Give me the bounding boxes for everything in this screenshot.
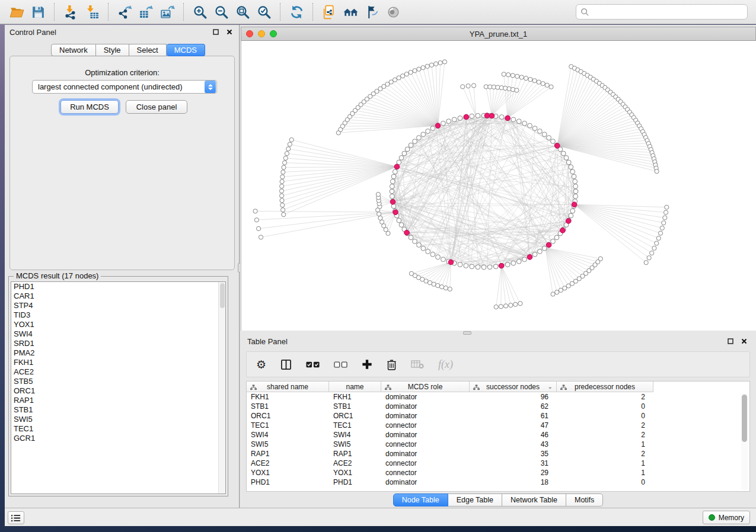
column-header-successor-nodes[interactable]: successor nodes⌄ xyxy=(470,382,557,392)
table-cell: YOX1 xyxy=(329,468,381,477)
table-cell: 1 xyxy=(557,440,653,449)
refresh-layout-icon[interactable] xyxy=(286,2,307,22)
desktop: { "toolbar": { "groups": [ ["open-sessio… xyxy=(0,0,756,532)
zoom-fit-icon[interactable] xyxy=(232,2,253,22)
mcds-result-item[interactable]: YOX1 xyxy=(11,320,225,329)
select-all-icon[interactable] xyxy=(306,361,320,368)
close-table-panel-icon[interactable] xyxy=(739,336,749,346)
mcds-result-item[interactable]: PMA2 xyxy=(11,348,225,358)
mcds-result-item[interactable]: GCR1 xyxy=(11,434,225,443)
add-icon[interactable] xyxy=(362,359,372,370)
table-cell: 61 xyxy=(470,411,557,421)
table-scrollbar-thumb[interactable] xyxy=(742,395,747,442)
table-row[interactable]: PHD1PHD1dominator180 xyxy=(247,477,749,487)
mcds-result-item[interactable]: TEC1 xyxy=(11,424,225,434)
open-session-icon[interactable] xyxy=(6,2,27,22)
tab-mcds[interactable]: MCDS xyxy=(167,44,205,56)
mcds-list-scrollbar[interactable] xyxy=(218,282,225,493)
export-image-icon[interactable] xyxy=(157,2,178,22)
float-table-panel-icon[interactable] xyxy=(726,336,735,346)
tab-motifs[interactable]: Motifs xyxy=(566,493,603,507)
mcds-result-item[interactable]: STP4 xyxy=(11,301,225,310)
table-cell: SWI5 xyxy=(247,440,329,449)
column-header-predecessor-nodes[interactable]: predecessor nodes xyxy=(557,382,653,392)
table-row[interactable]: SWI4SWI4dominator462 xyxy=(247,430,749,440)
mcds-result-item[interactable]: ORC1 xyxy=(11,386,225,396)
export-table-icon[interactable] xyxy=(135,2,157,22)
houses-icon[interactable] xyxy=(340,2,361,22)
table-cell: dominator xyxy=(381,402,470,411)
mcds-tab-content: Optimization criterion: largest connecte… xyxy=(9,56,235,270)
table-row[interactable]: ORC1ORC1dominator610 xyxy=(247,411,749,421)
mcds-result-item[interactable]: STB1 xyxy=(11,405,225,415)
tab-network-table[interactable]: Network Table xyxy=(502,493,566,507)
float-panel-icon[interactable] xyxy=(211,27,221,37)
tab-network[interactable]: Network xyxy=(51,44,96,56)
right-area: YPA_prune.txt_1 Table Panel ⚙f(x) shared… xyxy=(240,25,756,508)
search-input[interactable] xyxy=(592,8,743,17)
mcds-result-item[interactable]: CAR1 xyxy=(11,291,225,301)
network-window-title: YPA_prune.txt_1 xyxy=(241,30,755,39)
control-panel-tabs: NetworkStyleSelectMCDS xyxy=(51,44,205,56)
mcds-result-item[interactable]: PHD1 xyxy=(11,282,225,291)
table-row[interactable]: TEC1TEC1connector472 xyxy=(247,421,749,430)
run-mcds-button[interactable]: Run MCDS xyxy=(60,100,119,114)
memory-button[interactable]: Memory xyxy=(703,511,750,524)
close-panel-button[interactable]: Close panel xyxy=(126,100,187,114)
table-cell: ACE2 xyxy=(329,459,381,468)
table-row[interactable]: RAP1RAP1dominator352 xyxy=(247,449,749,459)
table-cell: connector xyxy=(381,459,470,468)
table-row[interactable]: SWI5SWI5connector431 xyxy=(247,440,749,449)
tab-node-table[interactable]: Node Table xyxy=(393,493,448,507)
settings-gear-icon[interactable]: ⚙ xyxy=(256,359,266,370)
search-box[interactable] xyxy=(576,4,748,20)
table-cell: 0 xyxy=(557,402,653,411)
export-network-icon[interactable] xyxy=(114,2,135,22)
table-cell: RAP1 xyxy=(247,449,329,459)
network-window-titlebar[interactable]: YPA_prune.txt_1 xyxy=(241,27,756,41)
table-row[interactable]: STB1STB1dominator620 xyxy=(247,402,749,411)
table-row[interactable]: ACE2ACE2connector311 xyxy=(247,459,749,468)
column-header-MCDS-role[interactable]: MCDS role xyxy=(381,382,470,392)
mcds-result-item[interactable]: SWI5 xyxy=(11,415,225,424)
save-session-icon[interactable] xyxy=(27,2,49,22)
tab-style[interactable]: Style xyxy=(96,44,129,56)
tab-select[interactable]: Select xyxy=(129,44,167,56)
network-graph[interactable] xyxy=(241,41,756,331)
criterion-dropdown-value: largest connected component (undirected) xyxy=(33,82,205,91)
deselect-all-icon[interactable] xyxy=(334,361,347,368)
delete-icon[interactable] xyxy=(387,359,397,370)
criterion-dropdown[interactable]: largest connected component (undirected) xyxy=(32,80,217,94)
mcds-result-item[interactable]: RAP1 xyxy=(11,396,225,405)
table-scrollbar[interactable] xyxy=(741,393,748,489)
memory-label: Memory xyxy=(719,514,744,522)
mcds-result-item[interactable]: SWI4 xyxy=(11,329,225,339)
flag-icon[interactable] xyxy=(361,2,382,22)
mcds-result-item[interactable]: SRD1 xyxy=(11,339,225,348)
import-table-icon[interactable] xyxy=(81,2,103,22)
table-cell: connector xyxy=(381,468,470,477)
table-cell: dominator xyxy=(381,477,470,487)
column-layout-icon[interactable] xyxy=(280,359,292,370)
mcds-result-item[interactable]: TID3 xyxy=(11,310,225,320)
import-network-icon[interactable] xyxy=(60,2,81,22)
column-header-shared-name[interactable]: shared name xyxy=(247,382,329,392)
mcds-result-item[interactable]: FKH1 xyxy=(11,358,225,367)
zoom-selected-icon[interactable] xyxy=(253,2,275,22)
mcds-result-item[interactable]: ACE2 xyxy=(11,367,225,377)
table-row[interactable]: YOX1YOX1connector291 xyxy=(247,468,749,477)
network-canvas[interactable] xyxy=(241,41,756,331)
eye-icon[interactable] xyxy=(382,2,404,22)
task-history-button[interactable] xyxy=(8,511,24,524)
node-table[interactable]: shared namenameMCDS rolesuccessor nodes⌄… xyxy=(246,381,750,492)
tab-edge-table[interactable]: Edge Table xyxy=(448,493,502,507)
mcds-result-item[interactable]: STB5 xyxy=(11,377,225,386)
table-row[interactable]: FKH1FKH1dominator962 xyxy=(247,392,749,402)
column-header-name[interactable]: name xyxy=(329,382,381,392)
table-cell: 2 xyxy=(557,430,653,440)
zoom-in-icon[interactable] xyxy=(189,2,210,22)
close-panel-icon[interactable] xyxy=(225,27,234,37)
mcds-result-list[interactable]: PHD1CAR1STP4TID3YOX1SWI4SRD1PMA2FKH1ACE2… xyxy=(11,281,226,494)
zoom-out-icon[interactable] xyxy=(210,2,232,22)
duplicate-network-icon[interactable] xyxy=(318,2,340,22)
